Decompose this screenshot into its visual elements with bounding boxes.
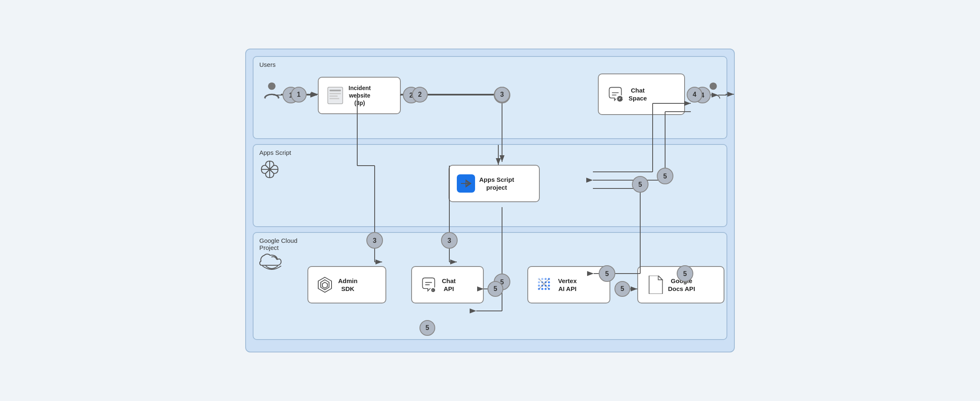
svg-point-34 — [548, 285, 550, 287]
chat-api-icon — [419, 276, 438, 294]
svg-point-27 — [538, 281, 540, 284]
diagram-container: Users 1 Inc — [245, 49, 735, 352]
svg-point-24 — [541, 278, 544, 280]
chat-api-label: ChatAPI — [442, 277, 456, 293]
svg-point-25 — [545, 278, 547, 280]
apps-script-label: Apps Script — [259, 149, 291, 156]
google-cloud-icon — [259, 254, 284, 274]
svg-rect-5 — [329, 95, 338, 97]
svg-rect-41 — [651, 283, 658, 284]
svg-point-36 — [541, 288, 544, 290]
vertex-ai-icon — [536, 276, 554, 294]
google-cloud-section: Google CloudProject Admin — [253, 232, 727, 340]
chat-api-node: ChatAPI — [411, 266, 484, 303]
incident-website-label: Incidentwebsite(3p) — [349, 84, 371, 107]
vertex-ai-node: VertexAI API — [527, 266, 610, 303]
svg-point-37 — [545, 288, 547, 290]
admin-sdk-label: AdminSDK — [338, 277, 358, 293]
chat-space-label: ChatSpace — [629, 86, 647, 103]
google-cloud-label: Google CloudProject — [259, 237, 297, 251]
svg-rect-4 — [329, 93, 341, 94]
chat-space-icon — [606, 85, 624, 103]
apps-script-section: Apps Script — [253, 144, 727, 227]
user-person-left — [263, 82, 281, 100]
svg-point-9 — [709, 83, 717, 90]
step-5-vertex-circle: 5 — [614, 281, 630, 297]
incident-website-node: Incidentwebsite(3p) — [318, 77, 401, 114]
svg-rect-6 — [329, 98, 339, 99]
users-section: Users 1 Inc — [253, 56, 727, 139]
step-3-users-circle: 3 — [494, 87, 510, 103]
step-5-bottom-circle: 5 — [419, 320, 435, 336]
users-label: Users — [259, 61, 275, 68]
admin-sdk-icon — [316, 276, 334, 294]
apps-script-project-icon — [457, 174, 475, 193]
user-person-right — [704, 82, 722, 100]
svg-point-30 — [548, 281, 550, 284]
svg-rect-3 — [329, 90, 341, 91]
step-4-circle: 4 — [687, 87, 702, 103]
step-1-circle: 1 — [291, 87, 307, 103]
svg-point-31 — [538, 285, 540, 287]
apps-script-project-node: Apps Scriptproject — [449, 165, 540, 202]
google-docs-node: GoogleDocs API — [637, 266, 724, 303]
svg-rect-42 — [651, 285, 658, 286]
vertex-ai-label: VertexAI API — [558, 277, 577, 293]
google-docs-icon — [646, 276, 664, 294]
svg-point-1 — [268, 83, 275, 90]
apps-script-project-label: Apps Scriptproject — [479, 176, 514, 192]
apps-script-section-icon — [259, 159, 280, 181]
step-5-chat-api-circle: 5 — [488, 281, 503, 297]
step-2-circle: 2 — [412, 87, 428, 103]
incident-website-icon — [326, 86, 344, 105]
chat-space-node: ChatSpace — [598, 73, 685, 115]
admin-sdk-node: AdminSDK — [307, 266, 386, 303]
svg-rect-43 — [651, 288, 656, 289]
google-docs-label: GoogleDocs API — [668, 277, 695, 293]
